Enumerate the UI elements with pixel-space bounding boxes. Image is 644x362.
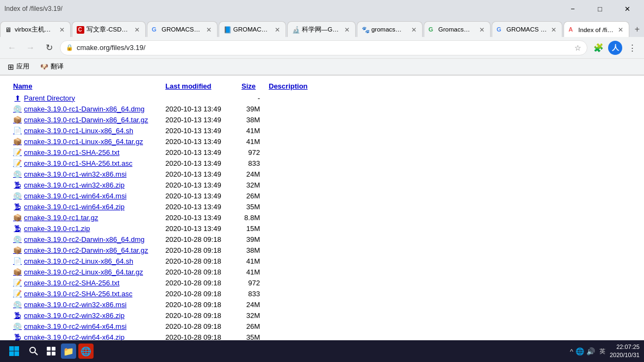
file-link[interactable]: 🗜cmake-3.19.0-rc1-win32-x86.zip xyxy=(13,180,157,189)
tab-close-gromacs-install[interactable]: ✕ xyxy=(410,25,418,35)
tab-close-gromacs-review[interactable]: ✕ xyxy=(478,25,486,35)
tab-gromacs1[interactable]: G GROMACS_正… ✕ xyxy=(147,21,218,37)
taskbar-search[interactable] xyxy=(26,344,41,359)
size-sort-link[interactable]: Size xyxy=(242,82,256,90)
tab-sciencenet[interactable]: 🔬 科学网—GRO… ✕ xyxy=(287,21,356,37)
file-modified-cell: 2020-10-28 09:18 xyxy=(161,299,237,310)
file-link[interactable]: 📝cmake-3.19.0-rc1-SHA-256.txt.asc xyxy=(13,159,157,167)
table-row: 💿cmake-3.19.0-rc2-win64-x64.msi2020-10-2… xyxy=(9,321,635,332)
file-link[interactable]: 📄cmake-3.19.0-rc2-Linux-x86_64.sh xyxy=(13,257,157,265)
reload-button[interactable]: ↻ xyxy=(41,40,57,55)
tab-gromacs3[interactable]: G GROMACS -（… ✕ xyxy=(492,21,562,37)
tab-close-cmake-index[interactable]: ✕ xyxy=(617,25,624,35)
file-name-cell: 📝cmake-3.19.0-rc1-SHA-256.txt xyxy=(9,147,161,158)
bookmark-translate[interactable]: 🐶 翻译 xyxy=(37,61,67,72)
tab-close-virbox[interactable]: ✕ xyxy=(58,25,66,35)
file-link[interactable]: 📦cmake-3.19.0-rc1-Darwin-x86_64.tar.gz xyxy=(13,115,157,124)
file-name-label: cmake-3.19.0-rc2-win32-x86.msi xyxy=(24,301,127,309)
new-tab-button[interactable]: + xyxy=(630,22,644,37)
desc-sort-link[interactable]: Description xyxy=(269,82,308,90)
tab-cmake-index[interactable]: A Index of /files… ✕ xyxy=(564,21,629,37)
file-link[interactable]: 🗜cmake-3.19.0-rc2-win64-x64.zip xyxy=(13,333,157,341)
tab-close-gromacs3[interactable]: ✕ xyxy=(550,25,558,35)
name-sort-link[interactable]: Name xyxy=(13,82,32,90)
file-link[interactable]: 💿cmake-3.19.0-rc2-win64-x64.msi xyxy=(13,322,157,330)
tab-label-gromacs3: GROMACS -（… xyxy=(506,26,548,34)
parent-dir-link[interactable]: ⬆ Parent Directory xyxy=(13,93,157,102)
back-button[interactable]: ← xyxy=(4,40,20,55)
profile-avatar[interactable]: 人 xyxy=(608,41,622,55)
col-size-header: Size xyxy=(237,80,264,92)
tab-close-csdn[interactable]: ✕ xyxy=(133,25,141,35)
file-desc-cell xyxy=(264,255,635,266)
file-link[interactable]: 🗜cmake-3.19.0-rc1-win64-x64.zip xyxy=(13,202,157,211)
taskbar-chrome[interactable]: 🌐 xyxy=(78,344,94,359)
file-link[interactable]: 💿cmake-3.19.0-rc2-win32-x86.msi xyxy=(13,300,157,309)
file-desc-cell xyxy=(264,332,635,341)
tab-label-gromacs-install: gromacs安装… xyxy=(371,26,408,34)
file-name-label: cmake-3.19.0-rc2-Linux-x86_64.sh xyxy=(24,257,133,265)
taskbar-task-view[interactable] xyxy=(44,344,59,359)
file-type-icon: 📦 xyxy=(13,267,22,276)
file-link[interactable]: 📦cmake-3.19.0-rc2-Linux-x86_64.tar.gz xyxy=(13,267,157,276)
file-type-icon: 📝 xyxy=(13,289,22,298)
tab-virbox[interactable]: 🖥 virbox主机共享… ✕ xyxy=(0,21,71,37)
language-indicator[interactable]: 英 xyxy=(599,347,605,355)
file-size-cell: 41M xyxy=(237,136,264,147)
bookmark-apps[interactable]: ⊞ 应用 xyxy=(4,61,33,72)
taskbar-file-explorer[interactable]: 📁 xyxy=(61,344,76,359)
network-icon[interactable]: 🌐 xyxy=(575,347,584,355)
bookmark-star-icon[interactable]: ☆ xyxy=(574,43,581,52)
windows-logo-icon xyxy=(9,346,20,357)
col-modified-header: Last modified xyxy=(161,80,237,92)
file-link[interactable]: 💿cmake-3.19.0-rc1-win32-x86.msi xyxy=(13,170,157,178)
minimize-button[interactable]: − xyxy=(560,0,585,17)
tab-gromacs2[interactable]: 📘 GROMACS中… ✕ xyxy=(219,21,286,37)
file-link[interactable]: 📝cmake-3.19.0-rc2-SHA-256.txt xyxy=(13,278,157,287)
tab-gromacs-install[interactable]: 🐾 gromacs安装… ✕ xyxy=(357,21,423,37)
tab-close-sciencenet[interactable]: ✕ xyxy=(343,25,351,35)
parent-dir-row: ⬆ Parent Directory - xyxy=(9,92,635,103)
tray-up-icon[interactable]: ^ xyxy=(570,347,573,355)
col-name-header: Name xyxy=(9,80,161,92)
file-link[interactable]: 📝cmake-3.19.0-rc2-SHA-256.txt.asc xyxy=(13,289,157,298)
maximize-button[interactable]: □ xyxy=(587,0,612,17)
file-link[interactable]: 📦cmake-3.19.0-rc1.tar.gz xyxy=(13,213,157,222)
file-link[interactable]: 📝cmake-3.19.0-rc1-SHA-256.txt xyxy=(13,148,157,157)
svg-rect-2 xyxy=(9,352,14,357)
tab-label-gromacs2: GROMACS中… xyxy=(233,26,271,34)
tab-close-gromacs1[interactable]: ✕ xyxy=(205,25,213,35)
menu-button[interactable]: ⋮ xyxy=(624,40,640,55)
address-bar[interactable]: 🔒 cmake.org/files/v3.19/ ☆ xyxy=(60,40,587,55)
taskbar-clock[interactable]: 22:07:25 2020/10/31 xyxy=(610,343,640,360)
table-row: 💿cmake-3.19.0-rc1-win64-x64.msi2020-10-1… xyxy=(9,190,635,201)
table-row: 🗜cmake-3.19.0-rc1-win32-x86.zip2020-10-1… xyxy=(9,179,635,190)
tab-gromacs-review[interactable]: G Gromacs评测… ✕ xyxy=(424,21,491,37)
file-link[interactable]: 💿cmake-3.19.0-rc1-Darwin-x86_64.dmg xyxy=(13,104,157,113)
file-desc-cell xyxy=(264,299,635,310)
file-link[interactable]: 🗜cmake-3.19.0-rc2-win32-x86.zip xyxy=(13,311,157,320)
forward-button[interactable]: → xyxy=(23,40,38,55)
file-desc-cell xyxy=(264,158,635,168)
start-button[interactable] xyxy=(4,342,24,360)
file-desc-cell xyxy=(264,234,635,245)
file-link[interactable]: 📄cmake-3.19.0-rc1-Linux-x86_64.sh xyxy=(13,126,157,135)
extensions-button[interactable]: 🧩 xyxy=(591,40,606,55)
file-type-icon: 💿 xyxy=(13,300,22,309)
file-name-cell: 💿cmake-3.19.0-rc1-win64-x64.msi xyxy=(9,190,161,201)
file-type-icon: 📦 xyxy=(13,137,22,146)
file-link[interactable]: 💿cmake-3.19.0-rc2-Darwin-x86_64.dmg xyxy=(13,235,157,244)
tab-csdn[interactable]: C 写文章-CSDN博… ✕ xyxy=(72,21,146,37)
file-name-label: cmake-3.19.0-rc1-Darwin-x86_64.tar.gz xyxy=(24,116,148,124)
modified-sort-link[interactable]: Last modified xyxy=(165,82,212,90)
table-row: 💿cmake-3.19.0-rc2-Darwin-x86_64.dmg2020-… xyxy=(9,234,635,245)
file-name-label: cmake-3.19.0-rc2-win64-x64.msi xyxy=(24,322,127,330)
close-button[interactable]: ✕ xyxy=(615,0,640,17)
file-link[interactable]: 🗜cmake-3.19.0-rc1.zip xyxy=(13,224,157,233)
file-link[interactable]: 📦cmake-3.19.0-rc2-Darwin-x86_64.tar.gz xyxy=(13,246,157,254)
tab-close-gromacs2[interactable]: ✕ xyxy=(274,25,281,35)
file-link[interactable]: 💿cmake-3.19.0-rc1-win64-x64.msi xyxy=(13,191,157,200)
volume-icon[interactable]: 🔊 xyxy=(586,347,595,355)
file-link[interactable]: 📦cmake-3.19.0-rc1-Linux-x86_64.tar.gz xyxy=(13,137,157,146)
file-type-icon: 💿 xyxy=(13,322,22,330)
